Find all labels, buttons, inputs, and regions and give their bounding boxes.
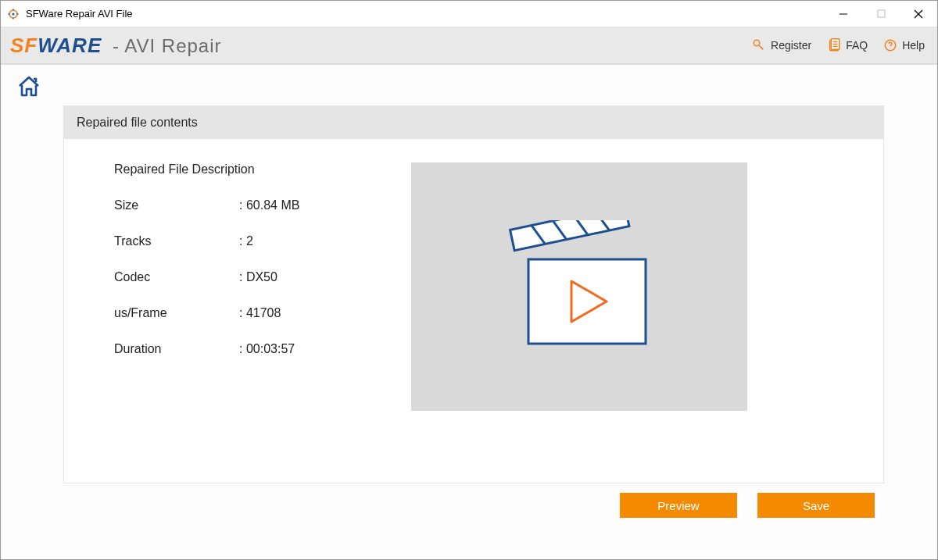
window-controls xyxy=(825,1,937,27)
register-label: Register xyxy=(771,39,811,52)
help-label: Help xyxy=(902,39,925,52)
footer-buttons: Preview Save xyxy=(1,483,937,527)
svg-rect-14 xyxy=(510,220,629,251)
preview-placeholder xyxy=(411,162,747,411)
size-row: Size 60.84 MB xyxy=(114,198,396,212)
svg-point-13 xyxy=(890,48,891,48)
faq-icon xyxy=(827,38,841,52)
description-column: Repaired File Description Size 60.84 MB … xyxy=(114,162,396,451)
panel-title: Repaired file contents xyxy=(64,106,883,139)
svg-line-5 xyxy=(915,10,922,18)
app-icon xyxy=(7,8,20,20)
key-icon xyxy=(752,38,766,52)
faq-label: FAQ xyxy=(846,39,868,52)
codec-row: Codec DX50 xyxy=(114,270,396,284)
home-icon xyxy=(16,74,41,99)
toolbar-area xyxy=(1,65,937,105)
usframe-value: 41708 xyxy=(239,306,281,320)
minimize-button[interactable] xyxy=(825,1,862,27)
duration-value: 00:03:57 xyxy=(239,342,295,356)
duration-label: Duration xyxy=(114,342,239,356)
codec-label: Codec xyxy=(114,270,239,284)
usframe-row: us/Frame 41708 xyxy=(114,306,396,320)
tracks-label: Tracks xyxy=(114,234,239,248)
svg-rect-19 xyxy=(528,259,646,344)
preview-column xyxy=(411,162,868,451)
clapperboard-icon xyxy=(505,220,653,353)
maximize-button[interactable] xyxy=(862,1,900,27)
codec-value: DX50 xyxy=(239,270,277,284)
results-panel: Repaired file contents Repaired File Des… xyxy=(63,105,884,483)
tracks-value: 2 xyxy=(239,234,253,248)
logo-suffix: - AVI Repair xyxy=(106,35,221,56)
content-wrap: Repaired file contents Repaired File Des… xyxy=(1,105,937,483)
svg-point-1 xyxy=(12,12,14,15)
faq-link[interactable]: FAQ xyxy=(827,38,868,52)
logo-ware: WARE xyxy=(38,34,102,57)
window-title: SFWare Repair AVI File xyxy=(26,8,825,20)
preview-button[interactable]: Preview xyxy=(620,493,737,518)
description-title: Repaired File Description xyxy=(114,162,396,177)
app-header: SFWARE - AVI Repair Register FAQ Help xyxy=(1,27,937,65)
help-link[interactable]: Help xyxy=(883,38,925,52)
help-icon xyxy=(883,38,897,52)
duration-row: Duration 00:03:57 xyxy=(114,342,396,356)
titlebar: SFWare Repair AVI File xyxy=(1,1,937,27)
app-logo: SFWARE - AVI Repair xyxy=(10,34,222,58)
home-button[interactable] xyxy=(16,74,45,101)
save-button[interactable]: Save xyxy=(757,493,875,518)
size-value: 60.84 MB xyxy=(239,198,299,212)
usframe-label: us/Frame xyxy=(114,306,239,320)
register-link[interactable]: Register xyxy=(752,38,811,52)
tracks-row: Tracks 2 xyxy=(114,234,396,248)
close-button[interactable] xyxy=(900,1,937,27)
svg-line-4 xyxy=(915,10,922,18)
logo-sf: SF xyxy=(10,34,38,57)
size-label: Size xyxy=(114,198,239,212)
svg-rect-3 xyxy=(878,10,885,17)
